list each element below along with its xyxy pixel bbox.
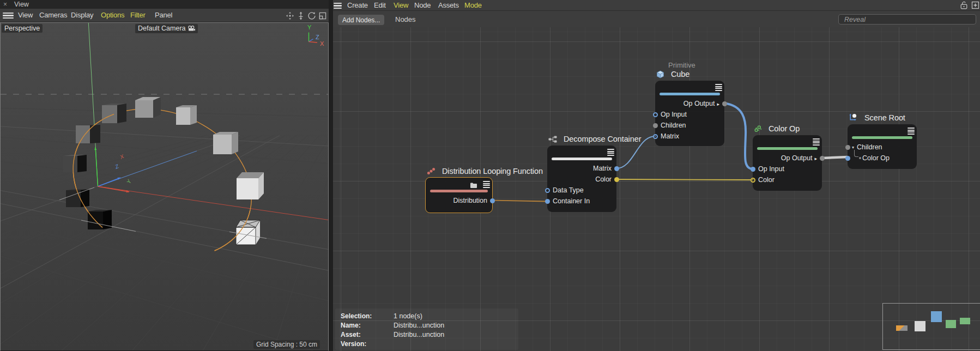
port-matrix[interactable] [653,134,658,139]
info-label: Name: [341,321,361,330]
add-nodes-button[interactable]: Add Nodes... [338,15,384,25]
node-colorop[interactable]: Color OpOp Output▸Op InputColor [753,135,822,191]
port-children[interactable] [845,145,850,150]
output-label: Matrix [593,165,612,172]
node-menu-icon[interactable] [908,128,915,135]
minimap[interactable] [882,303,980,350]
menu-item-create[interactable]: Create [347,1,368,10]
minimap-node [960,318,970,324]
caret-icon: ▸ [814,156,817,161]
menu-item-display[interactable]: Display [71,10,93,20]
node-color-bar [552,158,612,160]
viewport-title: View [14,1,29,8]
port-container-in[interactable] [545,199,550,204]
input-label: Op Input [661,110,687,119]
node-title-text: Distribution Looping Function [442,167,543,175]
menu-icon[interactable] [3,13,14,19]
svg-text:Z: Z [316,34,319,40]
menu-icon[interactable] [334,3,342,9]
node-color-bar [852,136,912,139]
node-editor-menubar: CreateEditViewNodeAssetsMode [333,0,980,11]
node-sceneroot[interactable]: Scene Root▾ChildrenColor Op [848,124,917,169]
move-icon[interactable] [286,11,294,20]
rotate-icon[interactable] [307,11,316,20]
node-row: Color [547,174,616,184]
close-icon[interactable]: × [3,1,7,8]
port-color-op[interactable] [845,156,850,161]
minimap-node [896,325,908,331]
node-graph[interactable]: Distribution Looping FunctionDistributio… [333,27,980,351]
menu-item-filter[interactable]: Filter [130,10,146,20]
node-row: Op Output▸ [753,153,822,163]
port-distribution[interactable] [490,198,495,203]
color-op-icon [754,125,765,133]
info-row: Version: [335,340,518,349]
node-row: Data Type [547,185,616,195]
node-title-colorop: Color Op [754,124,800,133]
info-value: Distribu...unction [394,330,444,340]
perspective-badge[interactable]: Perspective [2,24,43,33]
node-cube[interactable]: PrimitiveCubeOp Output▸Op InputChildrenM… [655,81,724,146]
node-menu-icon[interactable] [715,84,722,91]
input-label: Children [661,120,686,130]
port-op-output[interactable] [722,101,727,106]
svg-text:X: X [320,40,324,47]
node-row: Distribution [426,196,492,205]
output-label: Distribution [453,197,487,204]
maximize-icon[interactable] [318,11,327,20]
default-camera-badge[interactable]: Default Camera [135,24,198,33]
port-op-input[interactable] [653,112,658,117]
viewport-menubar: ViewCamerasDisplayOptionsFilterPanel [0,9,329,22]
tree-dot [859,157,861,159]
tab-nodes[interactable]: Nodes [395,15,416,23]
menu-item-view[interactable]: View [394,1,408,10]
port-matrix[interactable] [614,166,619,171]
node-menu-icon[interactable] [813,138,820,146]
port-op-output[interactable] [820,156,825,161]
minimap-node [931,311,942,322]
node-menu-icon[interactable] [607,149,614,156]
port-children[interactable] [653,123,658,128]
svg-text:Z: Z [113,163,120,170]
menu-item-mode[interactable]: Mode [464,1,482,10]
input-label: Data Type [553,185,584,195]
menu-item-edit[interactable]: Edit [374,1,386,10]
input-label: Children [857,142,882,152]
output-label: Op Output [781,154,813,162]
info-value: Distribu...unction [394,321,444,330]
menu-item-cameras[interactable]: Cameras [39,10,67,20]
add-panel-icon[interactable] [971,1,979,9]
search-input[interactable] [838,14,976,25]
input-label: Matrix [661,131,679,141]
node-distribution[interactable]: Distribution Looping FunctionDistributio… [425,177,493,213]
minimap-node [915,321,925,331]
node-title-decompose: Decompose Container [548,135,641,143]
lock-icon[interactable] [960,1,968,9]
cube-icon [656,70,668,78]
selection-info: Selection:1 node(s)Name:Distribu...uncti… [335,308,518,350]
port-op-input[interactable] [751,167,755,172]
menu-item-node[interactable]: Node [414,1,431,10]
node-row: Color [753,175,822,185]
node-title-text: Scene Root [864,113,905,122]
3d-viewport[interactable]: XZYYZX Perspective Default Camera Grid S… [0,22,329,351]
port-data-type[interactable] [545,188,550,193]
scene-root-icon [849,113,861,122]
info-row: Selection:1 node(s) [335,312,518,321]
port-color[interactable] [614,177,619,182]
menu-item-assets[interactable]: Assets [438,1,459,10]
menu-item-options[interactable]: Options [101,10,124,20]
svg-text:Y: Y [307,24,312,31]
node-color-bar [757,147,818,150]
dolly-icon[interactable] [297,11,305,20]
camera-icon [188,25,195,33]
output-label: Op Output [683,100,715,107]
node-decompose[interactable]: Decompose ContainerMatrixColorData TypeC… [547,146,616,212]
distribution-icon [427,167,439,175]
node-row: Matrix [547,164,616,173]
menu-item-view[interactable]: View [18,10,33,20]
port-color[interactable] [751,178,755,183]
viewport-panel: × View ViewCamerasDisplayOptionsFilterPa… [0,0,329,351]
node-menu-icon[interactable] [483,181,490,188]
menu-item-panel[interactable]: Panel [155,10,172,20]
